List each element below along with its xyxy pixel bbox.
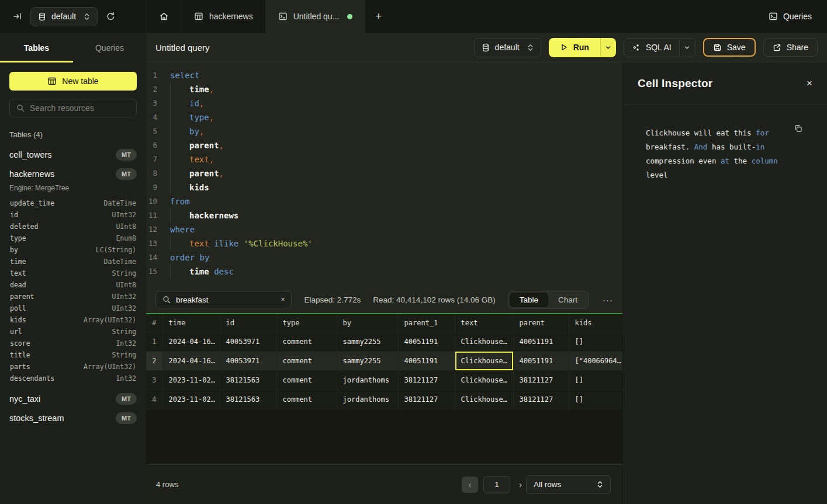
table-cell[interactable]: jordanthoms [337, 370, 398, 390]
view-tab-chart[interactable]: Chart [548, 293, 587, 307]
table-cell[interactable]: 2024-04-16… [162, 351, 220, 370]
table-cell[interactable]: 2023-11-02… [162, 370, 220, 390]
results-search[interactable]: × [155, 291, 292, 308]
table-cell[interactable]: 38121127 [398, 390, 455, 409]
run-button[interactable]: Run [549, 38, 600, 57]
close-icon[interactable]: × [807, 78, 812, 89]
table-cell[interactable]: ["40066964… [569, 351, 622, 370]
table-item[interactable]: hackernewsMT [0, 164, 146, 183]
column-header[interactable]: type [276, 314, 337, 332]
code-line[interactable]: 14order by [146, 251, 622, 265]
table-cell[interactable]: comment [276, 351, 337, 370]
table-item[interactable]: stocks_streamMT [0, 408, 146, 427]
table-cell[interactable]: Clickhouse… [455, 351, 513, 370]
new-table-button[interactable]: New table [9, 72, 137, 91]
table-cell[interactable]: 38121127 [398, 370, 455, 390]
code-line[interactable]: 15time desc [146, 265, 622, 279]
table-cell[interactable]: Clickhouse… [455, 390, 513, 409]
table-cell[interactable]: 40053971 [220, 351, 276, 370]
column-header[interactable]: parent [513, 314, 569, 332]
column-header[interactable]: parent_1 [398, 314, 455, 332]
table-row[interactable]: 32023-11-02…38121563commentjordanthoms38… [146, 370, 622, 390]
table-cell[interactable]: 38121127 [513, 390, 569, 409]
column-name: title [10, 351, 30, 359]
table-row[interactable]: 42023-11-02…38121563commentjordanthoms38… [146, 390, 622, 409]
queries-link[interactable]: Queries [769, 0, 827, 33]
copy-icon[interactable] [794, 124, 803, 133]
inspector-cell-value[interactable]: Clickhouse will eat this forbreakfast. A… [646, 126, 801, 182]
table-cell[interactable]: 40051191 [398, 351, 455, 370]
sidebar-search-input[interactable] [30, 103, 130, 113]
table-cell[interactable]: comment [276, 332, 337, 351]
collapse-sidebar-icon[interactable] [13, 12, 22, 21]
sql-ai-button[interactable]: SQL AI [624, 39, 679, 57]
table-cell[interactable]: 38121563 [220, 390, 276, 409]
share-button[interactable]: Share [763, 38, 818, 57]
more-options-icon[interactable]: ··· [603, 295, 613, 305]
table-item[interactable]: cell_towersMT [0, 145, 146, 164]
code-line[interactable]: 10from [146, 194, 622, 208]
column-header[interactable]: # [146, 314, 162, 332]
code-line[interactable]: 3id, [146, 96, 622, 110]
table-cell[interactable]: [] [569, 390, 622, 409]
sql-ai-options-button[interactable] [679, 39, 695, 57]
code-line[interactable]: 11hackernews [146, 208, 622, 223]
code-line[interactable]: 9kids [146, 180, 622, 194]
code-line[interactable]: 7text, [146, 152, 622, 166]
code-line[interactable]: 6parent, [146, 138, 622, 152]
code-line[interactable]: 1select [146, 68, 622, 82]
clear-search-icon[interactable]: × [281, 296, 285, 304]
tab-hackernews[interactable]: hackernews [182, 0, 266, 33]
code-line[interactable]: 5by, [146, 124, 622, 138]
table-cell[interactable]: comment [276, 390, 337, 409]
table-cell[interactable]: sammy2255 [337, 351, 398, 370]
prev-page-button[interactable]: ‹ [462, 477, 478, 493]
table-cell[interactable]: 40051191 [513, 351, 569, 370]
save-button[interactable]: Save [703, 38, 756, 57]
column-header[interactable]: kids [569, 314, 622, 332]
sidebar-tab-tables[interactable]: Tables [0, 33, 73, 62]
code-line[interactable]: 12where [146, 223, 622, 237]
page-number-input[interactable] [483, 476, 510, 493]
code-line[interactable]: 2time, [146, 82, 622, 96]
table-cell[interactable]: 40051191 [513, 332, 569, 351]
table-cell[interactable]: 2023-11-02… [162, 390, 220, 409]
table-cell[interactable]: 40051191 [398, 332, 455, 351]
view-tab-table[interactable]: Table [510, 293, 548, 307]
code-line[interactable]: 13text ilike '%ClickHouse%' [146, 237, 622, 251]
table-cell[interactable]: Clickhouse… [455, 370, 513, 390]
table-cell[interactable]: 40053971 [220, 332, 276, 351]
new-tab-button[interactable]: + [365, 0, 392, 33]
column-header[interactable]: id [220, 314, 276, 332]
table-cell[interactable]: [] [569, 370, 622, 390]
run-options-button[interactable] [600, 38, 616, 57]
code-line[interactable]: 4type, [146, 110, 622, 124]
table-cell[interactable]: 2024-04-16… [162, 332, 220, 351]
database-selector[interactable]: default [30, 7, 98, 26]
sidebar-tab-queries[interactable]: Queries [73, 33, 146, 62]
sql-editor[interactable]: 1select2time,3id,4type,5by,6parent,7text… [146, 62, 622, 286]
code-line[interactable]: 8parent, [146, 166, 622, 180]
table-cell[interactable]: comment [276, 370, 337, 390]
table-cell[interactable]: Clickhouse… [455, 332, 513, 351]
tab-home[interactable] [146, 0, 182, 33]
table-cell[interactable]: 38121563 [220, 370, 276, 390]
table-row[interactable]: 12024-04-16…40053971commentsammy22554005… [146, 332, 622, 351]
table-row[interactable]: 22024-04-16…40053971commentsammy22554005… [146, 351, 622, 370]
sidebar-search[interactable] [9, 99, 137, 117]
results-search-input[interactable] [176, 296, 275, 304]
column-header[interactable]: text [455, 314, 513, 332]
page-size-selector[interactable]: All rows [526, 475, 611, 494]
table-cell[interactable]: jordanthoms [337, 390, 398, 409]
next-page-button[interactable]: › [515, 479, 525, 489]
table-cell[interactable]: [] [569, 332, 622, 351]
column-header[interactable]: by [337, 314, 398, 332]
tab-untitled-query[interactable]: Untitled qu... [266, 0, 366, 33]
table-cell[interactable]: 38121127 [513, 370, 569, 390]
query-database-selector[interactable]: default [474, 38, 541, 57]
code-content: from [165, 194, 190, 208]
column-header[interactable]: time [162, 314, 220, 332]
table-item[interactable]: nyc_taxiMT [0, 389, 146, 408]
refresh-icon[interactable] [106, 12, 116, 22]
table-cell[interactable]: sammy2255 [337, 332, 398, 351]
